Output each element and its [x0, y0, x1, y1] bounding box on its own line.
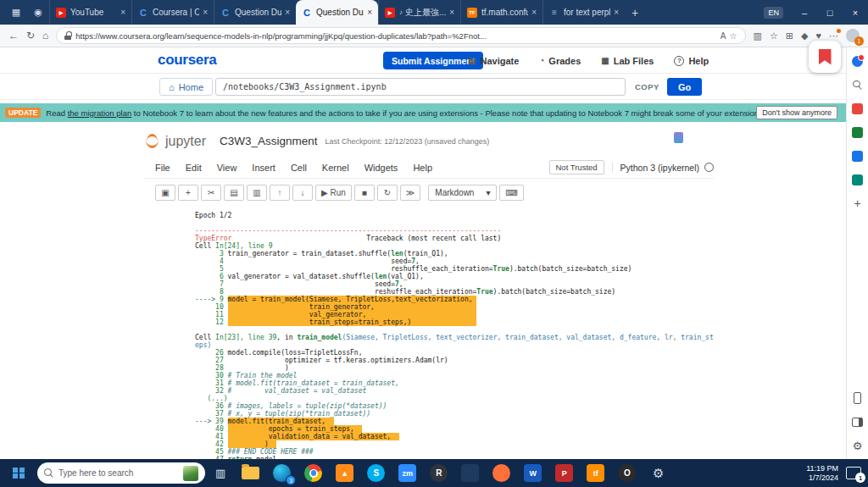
copilot-icon[interactable]: [851, 54, 865, 68]
close-button[interactable]: ×: [843, 8, 868, 18]
migration-plan-link[interactable]: the migration plan: [68, 108, 132, 118]
taskbar-search[interactable]: Type here to search: [37, 462, 205, 484]
taskbar-app-word[interactable]: W: [523, 463, 542, 483]
coursera-logo[interactable]: coursera: [158, 52, 216, 69]
menu-cell[interactable]: Cell: [283, 163, 314, 173]
menu-kernel[interactable]: Kernel: [314, 163, 357, 173]
refresh-icon[interactable]: ↻: [26, 30, 35, 42]
outlook-icon[interactable]: [851, 149, 865, 163]
favorites-icon[interactable]: ☆: [770, 30, 778, 42]
help-button[interactable]: ?Help: [674, 56, 709, 66]
favorite-star-icon[interactable]: ☆: [730, 31, 737, 41]
not-trusted-badge[interactable]: Not Trusted: [549, 160, 604, 174]
taskbar-clock[interactable]: 11:19 PM 1/7/2024: [806, 464, 838, 483]
tab-close-button[interactable]: ×: [285, 8, 290, 17]
lab-files-button[interactable]: ▦Lab Files: [601, 56, 654, 66]
copy-button[interactable]: COPY: [635, 82, 659, 91]
browser-home-icon[interactable]: ⌂: [42, 30, 48, 42]
taskbar-app-chrome-browser[interactable]: [303, 463, 323, 483]
paste-cells-button[interactable]: ▥: [247, 185, 267, 201]
read-aloud-icon[interactable]: A: [721, 31, 726, 41]
collections-icon[interactable]: ⊞: [786, 30, 793, 42]
url-field[interactable]: https://www.coursera.org/learn/sequence-…: [56, 27, 745, 44]
run-button[interactable]: ▶ Run: [315, 185, 352, 201]
menu-insert[interactable]: Insert: [244, 163, 283, 173]
interrupt-kernel-button[interactable]: ■: [354, 185, 375, 201]
menu-file[interactable]: File: [147, 163, 178, 173]
tab-actions-button[interactable]: ▦: [5, 3, 27, 22]
restart-kernel-button[interactable]: ↻: [377, 185, 398, 201]
taskbar-app-code-editor[interactable]: [460, 463, 480, 483]
insert-cell-button[interactable]: +: [178, 185, 198, 201]
tab-close-button[interactable]: ×: [531, 8, 537, 17]
tab-close-button[interactable]: ×: [120, 8, 125, 17]
copy-cells-button[interactable]: ▤: [224, 185, 244, 201]
sidebar-settings-icon[interactable]: ⚙: [851, 439, 865, 452]
taskbar-app-acrobat[interactable]: P: [554, 463, 574, 483]
action-center-button[interactable]: 1: [846, 467, 861, 479]
task-view-button[interactable]: ▥: [215, 467, 225, 479]
go-button[interactable]: Go: [667, 78, 702, 96]
command-palette-button[interactable]: ⌨: [499, 185, 523, 201]
floating-extension-widget[interactable]: [809, 41, 841, 73]
menu-view[interactable]: View: [209, 163, 245, 173]
jupyter-logo-icon[interactable]: [144, 132, 161, 150]
menu-edit[interactable]: Edit: [178, 163, 209, 173]
pinned-tab[interactable]: ◉: [27, 3, 49, 22]
browser-tab[interactable]: TFtf.math.confusi...×: [460, 0, 542, 25]
cell-type-select[interactable]: Markdown▾: [428, 185, 497, 201]
drop-icon[interactable]: [851, 173, 865, 186]
language-badge[interactable]: EN: [764, 7, 783, 19]
browser-tab[interactable]: CQuestion Dupli...×: [296, 0, 378, 25]
browser-tab[interactable]: ≡for text perplex...×: [542, 0, 625, 25]
taskbar-app-r-app[interactable]: R: [429, 463, 448, 483]
shopping-icon[interactable]: [851, 102, 865, 115]
taskbar-app-firefox-browser[interactable]: [492, 463, 511, 483]
browser-tab[interactable]: CCoursera | Onli...×: [131, 0, 214, 25]
notebook-path-input[interactable]: /notebooks/C3W3_Assignment.ipynb: [215, 78, 626, 96]
home-button[interactable]: ⌂ Home: [159, 78, 213, 96]
menu-help[interactable]: Help: [405, 163, 440, 173]
back-icon[interactable]: ←: [8, 30, 19, 42]
search-highlight-image[interactable]: [183, 466, 198, 481]
move-cell-up-button[interactable]: ↑: [270, 185, 290, 201]
taskbar-app-edge-browser[interactable]: 3: [272, 463, 292, 483]
start-button[interactable]: [0, 459, 37, 487]
settings-more-icon[interactable]: ⋯: [829, 30, 838, 42]
restart-run-all-button[interactable]: ≫: [400, 185, 420, 201]
sidebar-search-icon[interactable]: [851, 78, 865, 91]
maximize-button[interactable]: □: [817, 8, 843, 18]
tab-close-button[interactable]: ×: [449, 8, 454, 17]
taskbar-app-file-explorer[interactable]: [241, 463, 260, 483]
taskbar-app-windows-settings[interactable]: ⚙: [648, 463, 668, 483]
sidebar-panel-icon[interactable]: [851, 415, 865, 429]
jupyter-brand[interactable]: jupyter: [165, 134, 206, 149]
browser-tab[interactable]: ▶♪史上最強...×: [378, 0, 460, 25]
browser-tab[interactable]: CQuestion Dupli...×: [214, 0, 296, 25]
taskbar-app-zoom[interactable]: zm: [398, 463, 417, 483]
tab-close-button[interactable]: ×: [203, 8, 208, 17]
cut-cells-button[interactable]: ✂: [201, 185, 221, 201]
taskbar-app-tensorflow-app[interactable]: tf: [586, 463, 605, 483]
tab-audio-icon[interactable]: ♪: [399, 8, 403, 16]
taskbar-app-opera-browser[interactable]: O: [617, 463, 637, 483]
dismiss-banner-button[interactable]: Don't show anymore: [756, 106, 837, 119]
microsoft365-icon[interactable]: [851, 125, 865, 139]
taskbar-app-skype[interactable]: S: [366, 463, 386, 483]
phone-link-icon[interactable]: [851, 391, 865, 405]
new-tab-button[interactable]: +: [625, 3, 645, 22]
add-sidebar-app-icon[interactable]: +: [851, 196, 865, 210]
notebook-title[interactable]: C3W3_Assignment: [220, 135, 318, 147]
tab-close-button[interactable]: ×: [367, 8, 372, 17]
jupyter-notification-icon[interactable]: [674, 132, 683, 143]
grades-button[interactable]: ◔Grades: [539, 56, 581, 66]
browser-tab[interactable]: ▶YouTube×: [49, 0, 131, 25]
taskbar-app-vlc-media[interactable]: ▲: [335, 463, 354, 483]
profile-avatar[interactable]: 1: [846, 29, 860, 42]
tab-close-button[interactable]: ×: [614, 8, 619, 17]
extensions-icon[interactable]: ◆: [801, 30, 808, 42]
save-button[interactable]: ▣: [155, 185, 175, 201]
browser-essentials-icon[interactable]: ♥: [815, 30, 821, 41]
menu-widgets[interactable]: Widgets: [357, 163, 406, 173]
move-cell-down-button[interactable]: ↓: [292, 185, 313, 201]
